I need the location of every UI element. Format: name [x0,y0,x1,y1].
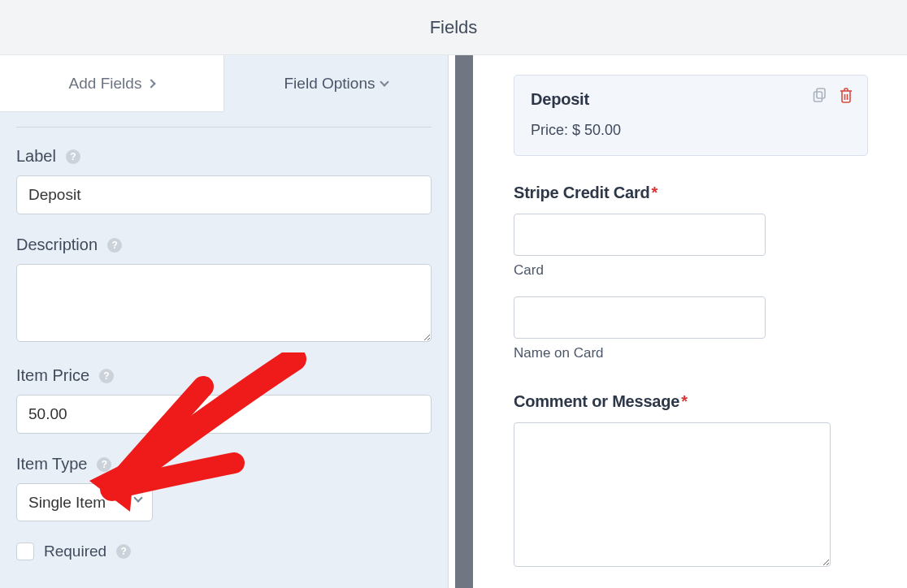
description-input[interactable] [16,264,432,342]
help-icon[interactable]: ? [66,149,80,164]
description-title: Description [16,236,98,254]
comment-textarea[interactable] [514,422,831,567]
topbar: Fields [0,0,907,55]
svg-rect-0 [817,89,825,98]
item-price-title: Item Price [16,366,89,385]
stripe-name-input[interactable] [514,296,766,339]
required-star: * [652,184,658,201]
svg-rect-1 [814,92,822,102]
preview-stripe-section: Stripe Credit Card* Card Name on Card [514,184,868,361]
help-icon[interactable]: ? [116,544,131,559]
tab-field-options[interactable]: Field Options [224,55,448,112]
stripe-card-input[interactable] [514,214,766,256]
tabs: Add Fields Field Options [0,55,448,112]
separator [16,127,432,128]
name-sublabel: Name on Card [514,345,868,361]
card-title: Deposit [531,90,851,109]
panel-divider[interactable] [449,55,473,588]
item-type-select[interactable]: Single Item [16,483,153,521]
trash-icon[interactable] [838,87,854,103]
chevron-down-icon [380,77,389,86]
left-panel: Add Fields Field Options Label ? [0,55,449,588]
tab-label: Field Options [284,75,375,93]
item-price-input[interactable] [16,395,432,434]
label-title: Label [16,147,56,166]
help-icon[interactable]: ? [99,369,114,383]
help-icon[interactable]: ? [107,238,122,253]
group-required: Required ? [16,543,432,560]
chevron-right-icon [147,79,156,88]
card-actions [812,87,854,103]
item-type-title: Item Type [16,455,87,473]
stripe-label: Stripe Credit Card* [514,184,868,202]
main: Add Fields Field Options Label ? [0,55,907,588]
comment-label: Comment or Message* [514,392,868,411]
group-description: Description ? [16,236,432,345]
group-item-type: Item Type ? Single Item [16,455,432,521]
tab-label: Add Fields [69,75,142,93]
help-icon[interactable]: ? [97,457,111,472]
tab-add-fields[interactable]: Add Fields [0,55,224,112]
duplicate-icon[interactable] [812,87,828,103]
preview-field-card[interactable]: Deposit Price: $ 50.00 [514,75,868,156]
required-title: Required [44,543,106,560]
page-title: Fields [430,17,478,38]
group-item-price: Item Price ? [16,366,432,434]
card-sublabel: Card [514,262,868,279]
item-type-select-wrap[interactable]: Single Item [16,483,153,521]
label-input[interactable] [16,175,432,214]
required-star: * [681,392,688,410]
card-price: Price: $ 50.00 [531,122,851,139]
preview-panel: Deposit Price: $ 50.00 Stripe Credit Car… [473,55,907,588]
preview-comment-section: Comment or Message* [514,392,868,570]
field-options-panel: Label ? Description ? Item Price ? [0,112,448,588]
required-checkbox[interactable] [16,543,34,560]
group-label: Label ? [16,147,432,214]
